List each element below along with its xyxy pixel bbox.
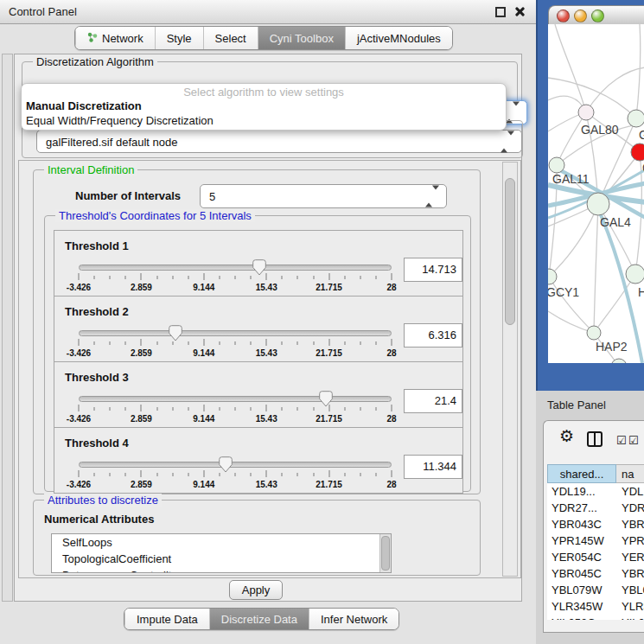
threshold-slider[interactable]: -3.4262.8599.14415.4321.71528 [79, 326, 392, 359]
network-edge[interactable] [636, 24, 641, 118]
algorithm-dropdown-popup: Select algorithm to view settings Manual… [21, 83, 507, 131]
network-edge[interactable] [586, 67, 644, 112]
table-row[interactable]: YBL079W YBL0 [547, 582, 644, 598]
slider-ticks [79, 405, 392, 413]
algorithm-option-list: Manual Discretization Equal Width/Freque… [22, 99, 506, 128]
table-row[interactable]: YLR345W YLR3 [547, 598, 644, 615]
table-row[interactable]: YIL052C YIL0 [547, 615, 644, 620]
number-of-intervals-label: Number of Intervals [75, 189, 181, 202]
column-header-shared-name[interactable]: shared... [547, 464, 616, 483]
algorithm-option[interactable]: Manual Discretization [22, 99, 506, 113]
column-divider [594, 433, 596, 445]
network-node-label: GAL11 [552, 172, 590, 186]
settings-vertical-scrollbar[interactable] [502, 162, 518, 577]
algorithm-option[interactable]: Equal Width/Frequency Discretization [22, 113, 506, 128]
network-node-label: GA [639, 128, 644, 142]
attribute-list-item[interactable]: BetweennessCentrality [52, 567, 391, 573]
window-minimize-icon[interactable] [574, 10, 587, 22]
control-panel: Control Panel Network [0, 0, 536, 644]
network-edge[interactable] [594, 204, 598, 333]
close-panel-button[interactable] [514, 6, 526, 17]
table-row[interactable]: YPR145W YPR1 [547, 532, 644, 549]
threshold-panel: Threshold 1 -3.4262.8599 [54, 230, 463, 296]
threshold-value-field[interactable]: 6.316 [404, 323, 462, 348]
show-column-checkbox-icon[interactable]: ☑ [616, 434, 627, 447]
tab-label: Infer Network [321, 613, 387, 626]
network-window-titlebar[interactable] [548, 5, 644, 26]
window-close-icon[interactable] [557, 10, 570, 22]
cyni-toolbox-content: Discretization Algorithm Select algorith… [14, 54, 522, 602]
tab-impute-data[interactable]: Impute Data [124, 609, 209, 629]
threshold-value-field[interactable]: 14.713 [404, 258, 462, 282]
apply-button[interactable]: Apply [229, 580, 283, 600]
threshold-value-field[interactable]: 21.4 [404, 389, 462, 413]
discretization-algorithm-group: Discretization Algorithm Select algorith… [22, 61, 518, 120]
threshold-slider[interactable]: -3.4262.8599.14415.4321.71528 [79, 457, 392, 490]
right-region: GAL80GACGAL11GAL4GCY1HHAP2 Table Panel ⚙… [536, 0, 644, 644]
network-node-hap2[interactable] [587, 326, 601, 340]
network-edge[interactable] [555, 24, 586, 112]
cell-name: YER0 [616, 549, 644, 565]
network-edge[interactable] [548, 311, 594, 333]
threshold-value-field[interactable]: 11.344 [404, 455, 462, 479]
tab-style[interactable]: Style [155, 27, 203, 49]
tab-label: Impute Data [137, 613, 198, 626]
threshold-panel: Threshold 4 -3.4262.8599 [54, 427, 463, 494]
gear-icon[interactable]: ⚙ [559, 428, 574, 444]
threshold-slider[interactable]: -3.4262.8599.14415.4321.71528 [79, 392, 392, 424]
show-column-checkbox-icon[interactable]: ☑ [628, 434, 639, 447]
tab-label: Discretize Data [221, 613, 297, 626]
node-attribute-table: shared... na YDL19... YDL1 YDR27... YDR2 [547, 464, 644, 620]
network-edge[interactable] [557, 112, 586, 165]
column-layout-icon[interactable] [587, 431, 603, 447]
attribute-list-item[interactable]: SelfLoops [52, 534, 391, 551]
table-row[interactable]: YBR045C YBR0 [547, 565, 644, 582]
float-panel-button[interactable] [495, 7, 506, 17]
control-panel-tabs: Network Style Select Cyni Toolbox jActiv… [74, 26, 453, 50]
cell-name: YBL0 [616, 582, 644, 598]
table-data-combobox[interactable]: galFiltered.sif default node [36, 130, 522, 153]
network-node-c[interactable] [631, 143, 644, 161]
tab-select[interactable]: Select [203, 27, 258, 49]
slider-ticks [79, 273, 392, 282]
tab-cyni-toolbox[interactable]: Cyni Toolbox [258, 27, 345, 49]
attribute-list-item[interactable]: TopologicalCoefficient [52, 551, 391, 567]
table-row[interactable]: YBR043C YBR0 [547, 516, 644, 532]
scrollbar-thumb[interactable] [505, 178, 515, 325]
tab-network[interactable]: Network [75, 27, 155, 49]
threshold-slider[interactable]: -3.4262.8599.14415.4321.71528 [79, 260, 392, 293]
attributes-list-scrollbar[interactable] [379, 534, 391, 572]
column-header-name[interactable]: na [616, 464, 644, 483]
slider-track[interactable] [79, 396, 392, 402]
slider-track[interactable] [79, 265, 392, 271]
window-zoom-icon[interactable] [591, 10, 604, 22]
network-node-label: H [638, 285, 644, 299]
combo-stepper-icon [506, 106, 520, 119]
network-canvas[interactable]: GAL80GACGAL11GAL4GCY1HHAP2 [548, 24, 644, 363]
network-graph[interactable]: GAL80GACGAL11GAL4GCY1HHAP2 [548, 24, 644, 363]
cell-shared-name: YBL079W [547, 582, 616, 598]
tab-discretize-data[interactable]: Discretize Data [209, 609, 309, 629]
table-row[interactable]: YDL19... YDL1 [547, 483, 644, 500]
threshold-label: Threshold 1 [65, 239, 129, 252]
table-row[interactable]: YER054C YER0 [547, 549, 644, 565]
slider-ticks [79, 339, 392, 348]
table-data-value: galFiltered.sif default node [46, 135, 177, 148]
scrollbar-thumb[interactable] [381, 536, 390, 571]
network-node-h[interactable] [626, 265, 644, 284]
network-node-ga[interactable] [628, 110, 644, 127]
network-node-gcy1[interactable] [548, 269, 557, 284]
number-of-intervals-combobox[interactable]: 5 [200, 184, 447, 208]
network-node-gal11[interactable] [549, 157, 564, 173]
table-row[interactable]: YDR27... YDR2 [547, 500, 644, 516]
network-node-gal4[interactable] [587, 193, 609, 215]
cell-shared-name: YDR27... [547, 500, 616, 516]
slider-track[interactable] [79, 330, 392, 336]
tab-jactivemnodules[interactable]: jActiveMNodules [345, 27, 452, 49]
slider-track[interactable] [79, 462, 392, 468]
network-node-gal80[interactable] [578, 105, 594, 120]
tab-label: jActiveMNodules [357, 32, 441, 45]
threshold-list: Threshold 1 -3.4262.8599 [54, 230, 463, 494]
combo-stepper-icon [425, 190, 439, 203]
tab-infer-network[interactable]: Infer Network [309, 609, 399, 629]
